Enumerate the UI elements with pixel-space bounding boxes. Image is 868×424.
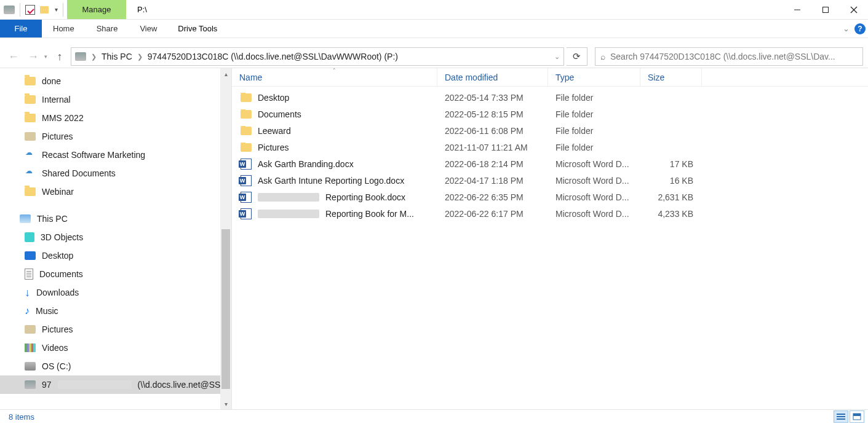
address-bar[interactable]: ❯ This PC ❯ 97447520D13C018C (\\d.docs.l… [71, 47, 564, 66]
tree-item[interactable]: ♪Music [0, 302, 231, 320]
tree-item[interactable]: Internal [0, 90, 231, 109]
navigation-bar: ← → ▾ ↑ ❯ This PC ❯ 97447520D13C018C (\\… [0, 45, 868, 68]
column-date[interactable]: Date modified [437, 68, 548, 86]
file-row[interactable]: Documents2022-05-12 8:15 PMFile folder [232, 106, 868, 122]
tree-item[interactable]: Recast Software Marketing [0, 146, 231, 164]
tree-item[interactable]: MMS 2022 [0, 109, 231, 127]
tree-item-selected[interactable]: 97(\\d.docs.live.net@SSL\ [0, 375, 231, 394]
cell-size: 2,631 KB [640, 192, 702, 202]
file-row[interactable]: Reporting Book.docx2022-06-22 6:35 PMMic… [232, 189, 868, 205]
column-name[interactable]: Name ˄ [232, 68, 437, 86]
help-icon[interactable]: ? [854, 23, 866, 34]
tree-item-label: MMS 2022 [42, 113, 84, 123]
tree-item[interactable]: Pictures [0, 320, 231, 339]
cell-name: Leeward [232, 126, 437, 136]
tree-item[interactable]: OS (C:) [0, 357, 231, 375]
tree-item-this-pc[interactable]: This PC [0, 210, 231, 228]
column-size[interactable]: Size [640, 68, 702, 86]
tree-item[interactable]: done [0, 72, 231, 90]
separator [63, 3, 63, 17]
minimize-button[interactable] [783, 0, 811, 19]
tab-home[interactable]: Home [42, 20, 86, 37]
tree-item[interactable]: Documents [0, 265, 231, 283]
thumbnails-view-button[interactable] [850, 410, 864, 423]
cell-name: Reporting Book.docx [232, 192, 437, 203]
svg-rect-6 [837, 418, 845, 420]
tree-item[interactable]: Shared Documents [0, 164, 231, 183]
tab-drive-tools[interactable]: Drive Tools [168, 20, 227, 37]
tree-item-label: Shared Documents [42, 168, 116, 178]
ribbon-collapse-icon[interactable]: ⌄ [843, 24, 850, 33]
cell-type: File folder [548, 126, 640, 136]
file-row[interactable]: Leeward2022-06-11 6:08 PMFile folder [232, 122, 868, 139]
tree-item[interactable]: Webinar [0, 183, 231, 201]
cell-date: 2022-06-22 6:17 PM [437, 209, 548, 219]
new-folder-button[interactable] [40, 6, 49, 14]
details-view-button[interactable] [834, 410, 848, 423]
cell-date: 2021-11-07 11:21 AM [437, 143, 548, 152]
column-type[interactable]: Type [548, 68, 640, 86]
cell-name: Ask Garth Branding.docx [232, 159, 437, 170]
cell-name: Desktop [232, 93, 437, 103]
tree-item-label: This PC [37, 214, 68, 224]
chevron-right-icon[interactable]: ❯ [137, 53, 143, 61]
file-name: Leeward [258, 126, 291, 136]
svg-rect-8 [853, 414, 861, 416]
history-dropdown-icon[interactable]: ▾ [44, 53, 47, 60]
scrollbar[interactable]: ▴ ▾ [220, 68, 231, 409]
tree-item-label: Pictures [42, 132, 73, 141]
cell-date: 2022-05-12 8:15 PM [437, 109, 548, 119]
forward-button[interactable]: → [25, 48, 42, 65]
cell-size: 4,233 KB [640, 209, 702, 219]
chevron-right-icon[interactable]: ❯ [91, 53, 97, 61]
search-box[interactable]: ⌕ Search 97447520D13C018C (\\d.docs.live… [595, 47, 863, 66]
maximize-button[interactable] [811, 0, 840, 19]
tree-item-label: Documents [39, 269, 83, 279]
folder-icon [241, 143, 252, 152]
file-list: Name ˄ Date modified Type Size Desktop20… [232, 68, 868, 409]
tree-item-label: done [42, 76, 61, 86]
cell-date: 2022-06-11 6:08 PM [437, 126, 548, 136]
tree-item[interactable]: ↓Downloads [0, 283, 231, 302]
up-button[interactable]: ↑ [51, 48, 68, 65]
file-row[interactable]: Pictures2021-11-07 11:21 AMFile folder [232, 139, 868, 155]
tab-view[interactable]: View [129, 20, 168, 37]
scroll-thumb[interactable] [221, 229, 230, 389]
file-row[interactable]: Ask Garth Branding.docx2022-06-18 2:14 P… [232, 155, 868, 172]
file-row[interactable]: Desktop2022-05-14 7:33 PMFile folder [232, 89, 868, 106]
tree-item-label: Recast Software Marketing [42, 150, 145, 160]
tab-file[interactable]: File [0, 20, 42, 37]
word-doc-icon [241, 175, 252, 186]
folder-icon [25, 95, 36, 104]
back-button[interactable]: ← [5, 48, 22, 65]
folder-icon [40, 6, 49, 14]
scroll-up-icon[interactable]: ▴ [220, 68, 231, 79]
file-name: Desktop [258, 93, 289, 103]
cell-name: Pictures [232, 143, 437, 152]
address-dropdown-icon[interactable]: ⌄ [554, 53, 560, 61]
tree-item-label: Webinar [42, 187, 74, 197]
breadcrumb[interactable]: 97447520D13C018C (\\d.docs.live.net@SSL\… [148, 52, 398, 61]
qat-dropdown-icon[interactable]: ▾ [55, 6, 58, 13]
cell-type: Microsoft Word D... [548, 176, 640, 186]
close-button[interactable] [840, 0, 868, 19]
breadcrumb[interactable]: This PC [102, 52, 132, 61]
refresh-button[interactable]: ⟳ [567, 47, 587, 66]
scroll-down-icon[interactable]: ▾ [220, 398, 231, 409]
file-row[interactable]: Ask Garth Intune Reporting Logo.docx2022… [232, 172, 868, 189]
tab-share[interactable]: Share [86, 20, 129, 37]
tree-item-label: OS (C:) [42, 361, 71, 371]
redacted-text [258, 193, 319, 202]
file-name: Reporting Book for M... [325, 209, 414, 219]
folder-icon [25, 114, 36, 122]
tree-item[interactable]: Desktop [0, 246, 231, 265]
tree-item[interactable]: 3D Objects [0, 228, 231, 246]
tree-item[interactable]: Pictures [0, 127, 231, 146]
folder-icon [25, 187, 36, 196]
file-row[interactable]: Reporting Book for M...2022-06-22 6:17 P… [232, 205, 868, 222]
tree-item-label: Desktop [42, 251, 73, 261]
properties-icon[interactable] [25, 5, 35, 15]
tree-item[interactable]: Videos [0, 339, 231, 357]
cell-date: 2022-06-22 6:35 PM [437, 192, 548, 202]
contextual-tab-manage[interactable]: Manage [67, 0, 126, 19]
